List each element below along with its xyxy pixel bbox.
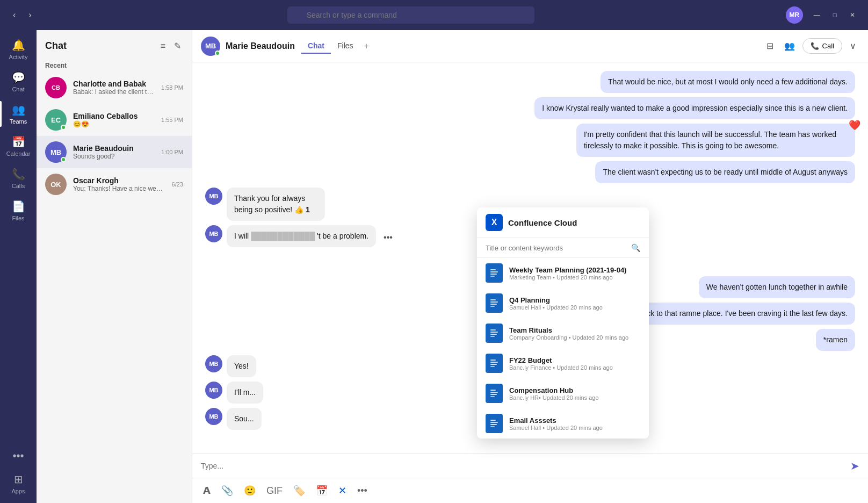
more-toolbar-button[interactable]: ••• [355,483,370,499]
avatar-charlotte-babak: CB [45,77,67,98]
confluence-item[interactable]: Weekly Team Planning (2021-19-04) Market… [477,258,649,288]
nav-fwd-button[interactable]: › [24,8,35,22]
svg-rect-0 [490,269,496,270]
doc-icon [486,293,503,313]
schedule-button[interactable]: 📅 [314,483,330,499]
sticker-button[interactable]: 🏷️ [291,483,307,499]
chat-preview: Babak: I asked the client to send her fe… [73,88,155,96]
doc-info: Weekly Team Planning (2021-19-04) Market… [509,266,626,281]
confluence-item[interactable]: Email Asssets Samuel Hall • Updated 20 m… [477,408,649,439]
avatar-oscar: OK [45,174,67,195]
chat-header-avatar: MB [201,37,220,56]
confluence-logo: X [486,214,503,231]
tab-files[interactable]: Files [331,39,360,54]
chat-info-oscar: Oscar Krogh You: Thanks! Have a nice wee… [73,176,165,192]
format-button[interactable]: 𝗔 [201,483,213,499]
confluence-item[interactable]: FY22 Budget Banc.ly Finance • Updated 20… [477,348,649,378]
chat-item-marie[interactable]: MB Marie Beaudouin Sounds good? 1:00 PM [37,136,192,168]
add-tab-button[interactable]: + [360,39,373,53]
emoji-button[interactable]: 🙂 [242,483,258,499]
sidebar-item-files[interactable]: 📄 Files [0,196,37,226]
svg-rect-21 [490,422,498,423]
message-bubble: I know Krystal really wanted to make a g… [534,97,855,119]
chat-name: Marie Beaudouin [73,144,155,153]
chat-time: 1:00 PM [161,149,183,155]
message-input[interactable] [201,462,848,470]
doc-meta: Banc.ly Finance • Updated 20 mins ago [509,364,613,371]
confluence-search-icon: 🔍 [631,243,640,252]
close-button[interactable]: ✕ [845,9,859,21]
gallery-button[interactable]: ⊟ [763,38,777,54]
confluence-title: Confluence Cloud [508,218,577,227]
svg-rect-5 [490,301,498,303]
send-button[interactable]: ➤ [850,459,859,472]
nav-back-button[interactable]: ‹ [9,8,20,22]
compose-button[interactable]: ✎ [172,39,183,53]
tab-chat[interactable]: Chat [301,39,331,54]
global-search-input[interactable] [287,6,534,24]
doc-icon [486,384,503,403]
doc-meta: Samuel Hall • Updated 20 mins ago [509,304,603,311]
doc-title: FY22 Budget [509,356,613,364]
chat-time: 1:58 PM [161,84,183,91]
sidebar-item-activity[interactable]: 🔔 Activity [0,34,37,64]
svg-rect-7 [490,306,495,307]
confluence-search-wrap: 🔍 [477,238,649,258]
doc-meta: Marketing Team • Updated 20 mins ago [509,274,626,281]
svg-rect-2 [490,274,497,275]
confluence-search-input[interactable] [486,244,627,252]
chat-item-emiliano[interactable]: EC Emiliano Ceballos 😊😍 1:55 PM [37,104,192,136]
svg-rect-1 [490,271,498,272]
confluence-item[interactable]: Q4 Planning Samuel Hall • Updated 20 min… [477,288,649,318]
chat-label: Chat [12,86,24,92]
sidebar-item-apps[interactable]: ⊞ Apps [0,469,37,499]
chat-item-charlotte-babak[interactable]: CB Charlotte and Babak Babak: I asked th… [37,71,192,104]
files-label: Files [12,215,24,221]
sidebar-item-calls[interactable]: 📞 Calls [0,163,37,193]
minimize-button[interactable]: — [809,9,824,21]
message-toolbar: 𝗔 📎 🙂 GIF 🏷️ 📅 ✕ ••• [192,478,868,503]
chat-time: 6/23 [172,181,183,188]
sidebar-item-teams[interactable]: 👥 Teams [0,99,37,129]
calls-icon: 📞 [12,168,25,181]
compose-area: ➤ 𝗔 📎 🙂 GIF 🏷️ 📅 ✕ ••• [192,454,868,503]
doc-title: Email Asssets [509,416,603,425]
doc-meta: Samuel Hall • Updated 20 mins ago [509,425,603,431]
maximize-button[interactable]: □ [829,9,841,21]
chat-header-name: Marie Beaudouin [226,41,295,51]
message-row: I'm pretty confident that this launch wi… [205,124,855,157]
nav-buttons[interactable]: ‹ › [9,8,36,22]
doc-title: Weekly Team Planning (2021-19-04) [509,266,626,274]
confluence-items: Weekly Team Planning (2021-19-04) Market… [477,258,649,439]
doc-info: Q4 Planning Samuel Hall • Updated 20 min… [509,296,603,311]
svg-rect-13 [490,362,498,363]
gif-button[interactable]: GIF [264,483,285,499]
sidebar-item-chat[interactable]: 💬 Chat [0,67,37,97]
doc-info: Team Rituals Company Onboarding • Update… [509,326,628,341]
chat-time: 1:55 PM [161,117,183,123]
svg-rect-8 [490,329,496,330]
message-bubble: The client wasn't expecting us to be rea… [595,161,855,183]
sender-avatar: MB [205,355,222,372]
sidebar-item-more[interactable]: ••• [0,445,37,466]
svg-rect-3 [490,276,495,277]
message-bubble: We haven't gotten lunch together in awhi… [699,276,855,298]
confluence-item[interactable]: Compensation Hub Banc.ly HR• Updated 20 … [477,378,649,408]
svg-rect-9 [490,332,498,333]
confluence-item[interactable]: Team Rituals Company Onboarding • Update… [477,318,649,348]
user-avatar[interactable]: MR [786,6,803,24]
apps-label: Apps [11,488,25,494]
confluence-button[interactable]: ✕ [336,483,349,499]
doc-title: Q4 Planning [509,296,603,304]
more-options-button[interactable]: ∨ [847,38,859,54]
filter-button[interactable]: ≡ [158,39,168,53]
activity-label: Activity [9,54,28,60]
message-more-button[interactable]: ••• [380,229,396,246]
attach-button[interactable]: 📎 [219,483,235,499]
call-button[interactable]: 📞 Call [802,38,842,54]
chat-item-oscar[interactable]: OK Oscar Krogh You: Thanks! Have a nice … [37,168,192,200]
sidebar-item-calendar[interactable]: 📅 Calendar [0,131,37,161]
main-layout: 🔔 Activity 💬 Chat 👥 Teams 📅 Calendar 📞 C… [0,30,868,503]
doc-icon [486,324,503,343]
people-button[interactable]: 👥 [781,38,798,54]
